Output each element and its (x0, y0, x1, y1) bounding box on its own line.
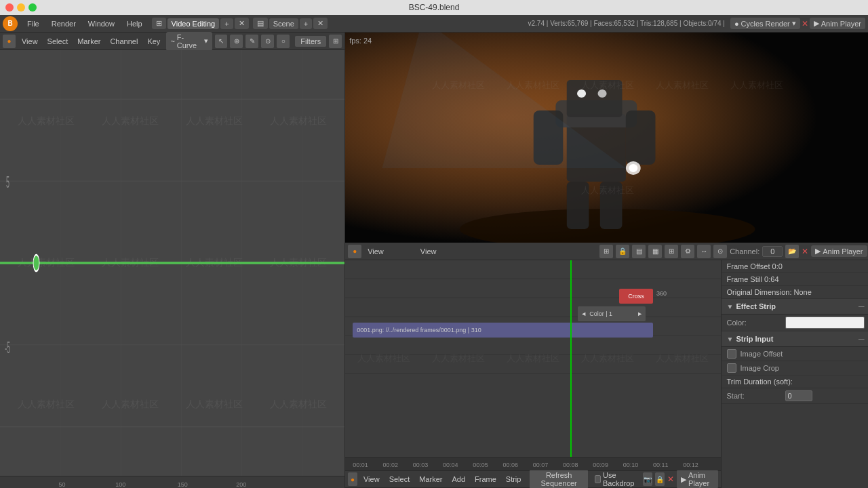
strip-input-title: Strip Input (736, 335, 773, 343)
seq-anim-icon: ▶ (681, 475, 686, 484)
channel-browse-btn[interactable]: 📂 (785, 245, 799, 258)
scene-close-btn[interactable]: ✕ (313, 18, 328, 29)
frame-still-text: Frame Still 0:64 (727, 275, 779, 283)
seq-btm-strip[interactable]: Strip (502, 474, 525, 485)
use-backdrop-toggle[interactable]: Use Backdrop (591, 470, 640, 488)
seq-layout-btn3[interactable]: ⊞ (665, 245, 678, 258)
fcurve-snap-btn[interactable]: ⊞ (329, 35, 342, 48)
trim-duration-text: Trim Duration (soft): (727, 378, 793, 386)
strip-input-section[interactable]: ▼ Strip Input ─ (722, 331, 869, 347)
viewport-content: 人人素材社区 人人素材社区 人人素材社区 人人素材社区 人人素材社区 人人素材社… (345, 33, 868, 243)
fcurve-select-tool[interactable]: ⊕ (230, 35, 243, 48)
seq-logo-btn[interactable]: ● (348, 245, 361, 258)
anim-player-seq-close[interactable]: ✕ (802, 247, 808, 256)
seq-layout-btn4[interactable]: ⚙ (681, 245, 694, 258)
time-indicator: 11+12 (570, 260, 572, 457)
fcurve-search-tool[interactable]: ○ (277, 35, 290, 48)
seq-anim-label: Anim Player (688, 471, 714, 487)
color-swatch[interactable] (785, 317, 865, 329)
ruler-tick-150: 150 (178, 481, 188, 488)
seq-btm-logo[interactable]: ● (348, 472, 357, 486)
fcurve-menu-select[interactable]: Select (44, 36, 72, 47)
workspace-close-btn[interactable]: ✕ (235, 18, 249, 29)
seq-anim-close[interactable]: ✕ (667, 474, 674, 484)
strip-input-minimize[interactable]: ─ (859, 334, 865, 344)
menu-render[interactable]: Render (46, 18, 81, 29)
fcurve-pen-tool[interactable]: ✎ (245, 35, 258, 48)
menu-help[interactable]: Help (121, 18, 148, 29)
fcurve-mode-selector[interactable]: ~ F-Curve ▾ (166, 32, 212, 51)
workspace-selector[interactable]: Video Editing (167, 18, 220, 29)
scene-icon-btn[interactable]: ▤ (253, 18, 268, 29)
svg-point-28 (629, 164, 637, 172)
seq-btm-frame[interactable]: Frame (471, 474, 500, 485)
seq-camera-btn[interactable]: 📷 (643, 472, 652, 486)
fcurve-ruler: 50 100 150 200 (0, 476, 344, 488)
ruler-00-07: 00:07 (533, 462, 549, 468)
anim-player-seq[interactable]: ▶ Anim Player (811, 245, 867, 257)
seq-btm-select[interactable]: Select (386, 474, 414, 485)
seq-layout-btn2[interactable]: ▦ (648, 245, 662, 258)
image-crop-checkbox[interactable] (727, 363, 736, 373)
seq-menu-view[interactable]: View (364, 246, 387, 257)
anim-player-top[interactable]: ▶ Anim Player (810, 18, 865, 29)
seq-snap-btn[interactable]: ⊞ (599, 245, 613, 258)
seq-layout-btn1[interactable]: ▤ (632, 245, 646, 258)
fcurve-canvas[interactable]: 人人素材社区 人人素材社区 人人素材社区 人人素材社区 人人素材社区 人人素材社… (0, 50, 344, 476)
image-offset-checkbox[interactable] (727, 349, 736, 359)
window-controls[interactable] (5, 3, 37, 12)
use-backdrop-label: Use Backdrop (603, 471, 636, 487)
cross-strip[interactable]: Cross (619, 289, 653, 304)
menu-window[interactable]: Window (83, 18, 120, 29)
scene-add-btn[interactable]: + (300, 18, 312, 29)
start-input[interactable] (785, 390, 812, 401)
close-button[interactable] (5, 3, 14, 12)
seq-anim-player-btn[interactable]: ▶ Anim Player (677, 470, 718, 488)
fcurve-menu-view[interactable]: View (18, 36, 41, 47)
seq-bottom-toolbar: ● View Select Marker Add Frame Strip Ref… (345, 470, 720, 488)
seq-tracks[interactable]: 人人素材社区 人人素材社区 人人素材社区 人人素材社区 人人素材社区 (345, 260, 720, 457)
svg-rect-24 (567, 182, 589, 229)
fcurve-menu-key[interactable]: Key (144, 36, 163, 47)
fcurve-logo-icon: ● (7, 37, 11, 45)
seq-layout-btn6[interactable]: ⊙ (713, 245, 727, 258)
video-strip[interactable]: 0001.png: //../rendered frames/0001.png … (353, 323, 653, 338)
workspace-label: Video Editing (172, 20, 216, 28)
fcurve-menu-channel[interactable]: Channel (106, 36, 141, 47)
ruler-00-04: 00:04 (443, 462, 458, 468)
video-strip-label: 0001.png: //../rendered frames/0001.png … (357, 327, 481, 333)
render-engine-selector[interactable]: ● Cycles Render ▾ (730, 18, 800, 29)
seq-top-toolbar: ● View View ⊞ 🔒 ▤ ▦ ⊞ ⚙ ↔ ⊙ Channel: (345, 243, 868, 260)
prop-original-dim: Original Dimension: None (722, 286, 869, 299)
seq-btm-add[interactable]: Add (448, 474, 469, 485)
color-strip[interactable]: ◄ Color | 1 ► (578, 306, 646, 321)
seq-btm-view[interactable]: View (360, 474, 383, 485)
workspace-icon-btn[interactable]: ⊞ (152, 18, 166, 29)
use-backdrop-checkbox (595, 475, 601, 483)
fcurve-menu-marker[interactable]: Marker (74, 36, 104, 47)
fcurve-filters-btn[interactable]: Filters (295, 36, 326, 47)
ruler-tick-100: 100 (115, 481, 125, 488)
workspace-add-btn[interactable]: + (220, 18, 233, 29)
fcurve-logo-btn[interactable]: ● (3, 35, 16, 48)
refresh-sequencer-btn[interactable]: Refresh Sequencer (530, 470, 587, 488)
seq-lock-btn[interactable]: 🔒 (616, 245, 629, 258)
seq-lock-btn2[interactable]: 🔒 (655, 472, 665, 486)
scene-selector[interactable]: Scene (269, 18, 298, 29)
strip-360-label: 360 (656, 290, 667, 297)
fcurve-zoom-tool[interactable]: ⊙ (261, 35, 274, 48)
minimize-button[interactable] (17, 3, 25, 12)
effect-strip-section[interactable]: ▼ Effect Strip ─ (722, 299, 869, 314)
seq-layout-btn5[interactable]: ↔ (697, 245, 711, 258)
effect-strip-minimize[interactable]: ─ (859, 302, 865, 311)
seq-menu-marker2[interactable]: View (417, 246, 440, 257)
seq-btm-marker[interactable]: Marker (416, 474, 446, 485)
svg-rect-25 (600, 182, 623, 229)
channel-input[interactable] (762, 246, 783, 257)
maximize-button[interactable] (28, 3, 37, 12)
anim-player-close-icon[interactable]: ✕ (802, 19, 808, 28)
fcurve-arrow-tool[interactable]: ↖ (215, 35, 228, 48)
svg-text:-5: -5 (5, 339, 10, 357)
effect-strip-title: Effect Strip (736, 302, 776, 310)
menu-file[interactable]: File (22, 18, 45, 29)
